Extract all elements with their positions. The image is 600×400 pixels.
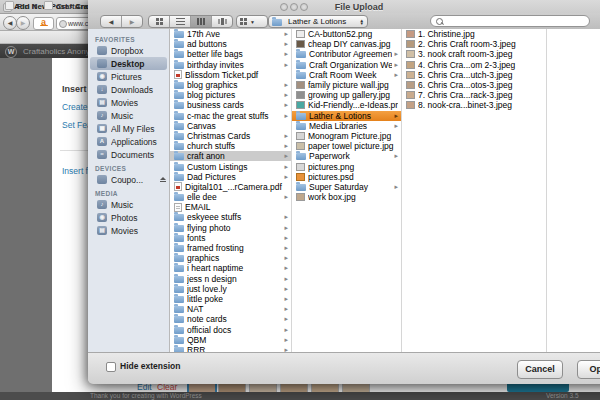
file-row[interactable]: 2. Chris Craft room-3.jpeg bbox=[402, 39, 546, 49]
file-row[interactable]: NAT▸ bbox=[170, 304, 291, 314]
file-name: better life bags bbox=[187, 49, 282, 59]
file-row[interactable]: craft anon▸ bbox=[170, 151, 291, 161]
file-row[interactable]: little poke▸ bbox=[170, 294, 291, 304]
folder-icon bbox=[174, 143, 184, 150]
dialog-title: File Upload bbox=[88, 2, 600, 12]
file-row[interactable]: EMAIL bbox=[170, 202, 291, 212]
sidebar-item-applications[interactable]: AApplications bbox=[88, 135, 169, 148]
file-row[interactable]: 1. Christine.jpg bbox=[402, 29, 546, 39]
file-row[interactable]: Canvas bbox=[170, 121, 291, 131]
file-row[interactable]: Media Libraries▸ bbox=[292, 121, 401, 131]
file-row[interactable]: Blissdom Ticket.pdf bbox=[170, 70, 291, 80]
file-row[interactable]: business cards▸ bbox=[170, 100, 291, 110]
file-row[interactable]: framed frosting▸ bbox=[170, 243, 291, 253]
file-row[interactable]: Paperwork▸ bbox=[292, 151, 401, 161]
file-name: family picture wall.jpg bbox=[308, 80, 398, 90]
file-row[interactable]: blog pictures▸ bbox=[170, 90, 291, 100]
location-popup[interactable]: Lather & Lotions ▲▼ bbox=[268, 15, 368, 28]
disclosure-arrow-icon: ▸ bbox=[284, 285, 288, 293]
file-row[interactable]: 7. Chris Cra...rack-3.jpeg bbox=[402, 90, 546, 100]
sidebar-item-desktop[interactable]: Desktop bbox=[90, 57, 167, 70]
file-row[interactable]: c-mac the great stuffs▸ bbox=[170, 111, 291, 121]
icon-view-button[interactable] bbox=[149, 16, 170, 27]
file-row[interactable]: Christmas Cards▸ bbox=[170, 131, 291, 141]
wordpress-logo-icon[interactable]: W bbox=[5, 46, 17, 58]
file-row[interactable]: Super Saturday▸ bbox=[292, 182, 401, 192]
file-row[interactable]: Craft Room Week▸ bbox=[292, 70, 401, 80]
file-row[interactable]: Digital101_...rCamera.pdf bbox=[170, 182, 291, 192]
file-row[interactable]: Dad Pictures▸ bbox=[170, 172, 291, 182]
eject-icon[interactable] bbox=[159, 177, 166, 182]
action-menu-button[interactable]: ▼ bbox=[236, 15, 268, 28]
folder-icon bbox=[174, 153, 184, 160]
dialog-title-bar[interactable]: File Upload bbox=[88, 0, 600, 13]
file-row[interactable]: Craft Organization Week▸ bbox=[292, 60, 401, 70]
file-row[interactable]: eskyeee stuffs▸ bbox=[170, 212, 291, 222]
file-row[interactable]: 17th Ave▸ bbox=[170, 29, 291, 39]
search-input[interactable] bbox=[430, 15, 590, 27]
file-row[interactable]: i heart naptime▸ bbox=[170, 263, 291, 273]
sidebar-item-all-my-files[interactable]: ▦All My Files bbox=[88, 122, 169, 135]
forward-button[interactable]: ▶ bbox=[122, 16, 142, 27]
cancel-button[interactable]: Cancel bbox=[517, 360, 563, 379]
sidebar-item-downloads[interactable]: ↓Downloads bbox=[88, 83, 169, 96]
file-row[interactable]: pictures.psd bbox=[292, 172, 401, 182]
file-row[interactable]: 6. Chris Cra...otos-3.jpeg bbox=[402, 80, 546, 90]
file-row[interactable]: fonts▸ bbox=[170, 233, 291, 243]
file-row[interactable]: 3. nook craft room-3.jpeg bbox=[402, 49, 546, 59]
file-row[interactable]: 8. nook-cra...binet-3.jpeg bbox=[402, 100, 546, 110]
file-row[interactable]: Contributor Agreement▸ bbox=[292, 49, 401, 59]
browser-back-button[interactable]: ◀ bbox=[3, 16, 17, 30]
hide-extension-checkbox[interactable] bbox=[106, 362, 116, 372]
sidebar-item-movies[interactable]: ▤Movies bbox=[88, 96, 169, 109]
file-row[interactable]: QBM▸ bbox=[170, 335, 291, 345]
file-row[interactable]: blog graphics▸ bbox=[170, 80, 291, 90]
sidebar-item-music[interactable]: ♪Music bbox=[88, 109, 169, 122]
file-row[interactable]: 5. Chris Cra...utch-3.jpeg bbox=[402, 70, 546, 80]
file-row[interactable]: just love.ly▸ bbox=[170, 284, 291, 294]
browser-forward-button[interactable]: ▶ bbox=[16, 16, 30, 30]
amazon-bookmark-icon[interactable]: a bbox=[33, 17, 54, 30]
file-row[interactable]: RRR▸ bbox=[170, 345, 291, 352]
file-row[interactable]: 4. Chris Cra...om 2-3.jpeg bbox=[402, 60, 546, 70]
file-row[interactable]: note cards▸ bbox=[170, 314, 291, 324]
file-row[interactable]: pictures.png bbox=[292, 161, 401, 171]
file-row[interactable]: work box.jpg bbox=[292, 192, 401, 202]
file-row[interactable]: paper towel picture.jpg bbox=[292, 141, 401, 151]
image-icon bbox=[296, 142, 305, 150]
file-row[interactable]: flying photo▸ bbox=[170, 223, 291, 233]
sidebar-item-movies[interactable]: ▤Movies bbox=[88, 224, 169, 237]
file-row[interactable]: growing up gallery.jpg bbox=[292, 90, 401, 100]
file-row[interactable]: graphics▸ bbox=[170, 253, 291, 263]
file-row[interactable]: better life bags▸ bbox=[170, 49, 291, 59]
coverflow-view-button[interactable] bbox=[212, 16, 232, 27]
disclosure-arrow-icon: ▸ bbox=[284, 112, 288, 120]
file-row[interactable]: Kid-Friendly...e-Ideas.png bbox=[292, 100, 401, 110]
file-row[interactable]: Monogram Picture.jpg bbox=[292, 131, 401, 141]
sidebar-item-coupo-[interactable]: Coupo... bbox=[88, 173, 169, 186]
file-row[interactable]: jess n design▸ bbox=[170, 274, 291, 284]
sidebar-item-photos[interactable]: ◉Photos bbox=[88, 211, 169, 224]
view-mode-segment bbox=[148, 15, 233, 28]
file-row[interactable]: cheap DIY canvas.jpg bbox=[292, 39, 401, 49]
back-button[interactable]: ◀ bbox=[101, 16, 122, 27]
sidebar-item-pictures[interactable]: ◉Pictures bbox=[88, 70, 169, 83]
file-row[interactable]: birthday invites▸ bbox=[170, 60, 291, 70]
column-view-button[interactable] bbox=[191, 16, 212, 27]
sidebar-item-documents[interactable]: =Documents bbox=[88, 148, 169, 161]
pdf-icon bbox=[174, 70, 182, 79]
file-row[interactable]: Lather & Lotions▸ bbox=[292, 111, 401, 121]
file-row[interactable]: church stuffs▸ bbox=[170, 141, 291, 151]
bookmark-pin-it[interactable]: Pin It bbox=[5, 1, 37, 11]
sidebar-item-dropbox[interactable]: Dropbox bbox=[88, 44, 169, 57]
file-row[interactable]: ad buttons▸ bbox=[170, 39, 291, 49]
file-row[interactable]: official docs▸ bbox=[170, 324, 291, 334]
file-row[interactable]: family picture wall.jpg bbox=[292, 80, 401, 90]
open-button[interactable]: Open bbox=[577, 360, 600, 379]
list-view-button[interactable] bbox=[170, 16, 191, 27]
file-name: Monogram Picture.jpg bbox=[308, 131, 398, 141]
sidebar-item-music[interactable]: ♪Music bbox=[88, 198, 169, 211]
file-row[interactable]: elle dee▸ bbox=[170, 192, 291, 202]
file-row[interactable]: Custom Listings▸ bbox=[170, 161, 291, 171]
file-row[interactable]: CA-button52.png bbox=[292, 29, 401, 39]
